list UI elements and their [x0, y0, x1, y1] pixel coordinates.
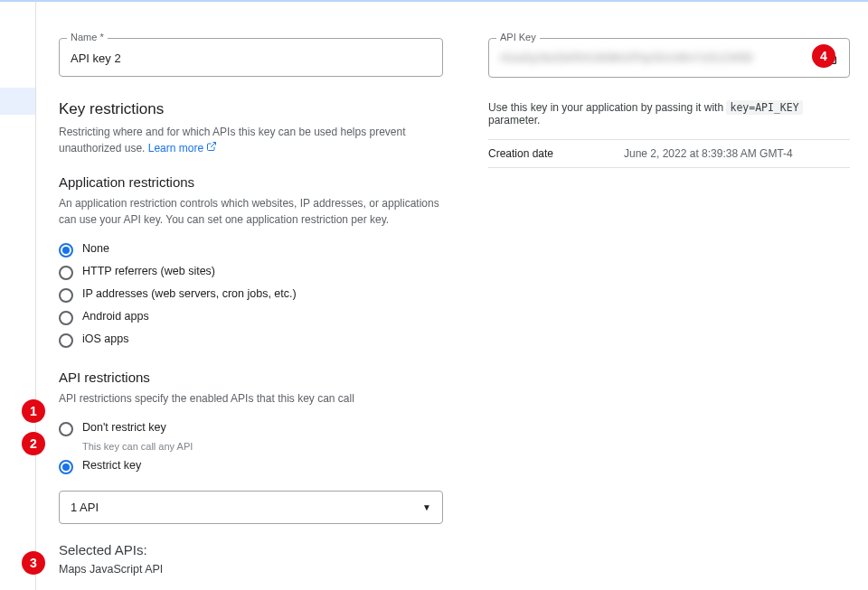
radio-label: iOS apps	[82, 332, 128, 345]
left-column: Name * Key restrictions Restricting wher…	[59, 38, 443, 590]
radio-icon	[59, 460, 73, 474]
api-restriction-option-restrict[interactable]: Restrict key	[59, 455, 443, 478]
app-restrictions-radio-group: None HTTP referrers (web sites) IP addre…	[59, 239, 443, 351]
api-select-dropdown[interactable]: 1 API ▼	[59, 491, 443, 524]
app-restrictions-heading: Application restrictions	[59, 174, 443, 190]
api-key-field-wrapper: API Key AIzaSyAbcDefGhIJklMnOPqrStUvWxYz…	[488, 38, 850, 78]
selected-api-item: Maps JavaScript API	[59, 563, 443, 576]
radio-icon	[59, 288, 73, 303]
radio-label: HTTP referrers (web sites)	[82, 265, 215, 277]
api-key-value: AIzaSyAbcDefGhIJklMnOPqrStUvWxYz0123456	[500, 52, 717, 66]
svg-line-0	[211, 143, 216, 148]
api-restrictions-radio-group: Don't restrict key This key can call any…	[59, 417, 443, 478]
top-accent-border	[0, 0, 868, 2]
info-table: Creation date June 2, 2022 at 8:39:38 AM…	[488, 139, 850, 168]
api-key-usage-text: Use this key in your application by pass…	[488, 101, 850, 126]
usage-code: key=API_KEY	[726, 100, 802, 115]
radio-label: IP addresses (web servers, cron jobs, et…	[82, 287, 297, 300]
left-sidebar	[0, 2, 36, 590]
name-input[interactable]	[71, 52, 431, 65]
right-column: API Key AIzaSyAbcDefGhIJklMnOPqrStUvWxYz…	[488, 38, 868, 590]
api-restriction-option-dont-restrict[interactable]: Don't restrict key	[59, 417, 443, 440]
radio-label: Don't restrict key	[82, 421, 166, 434]
app-restrictions-desc: An application restriction controls whic…	[59, 195, 443, 228]
key-restrictions-heading: Key restrictions	[59, 100, 443, 118]
radio-icon	[59, 266, 73, 280]
external-link-icon	[206, 140, 217, 156]
page-container: Name * Key restrictions Restricting wher…	[0, 0, 868, 590]
radio-icon	[59, 311, 73, 325]
api-restrictions-desc: API restrictions specify the enabled API…	[59, 390, 443, 407]
app-restriction-option-ios[interactable]: iOS apps	[59, 329, 443, 351]
radio-hint: This key can call any API	[82, 441, 443, 452]
usage-prefix: Use this key in your application by pass…	[488, 101, 726, 114]
annotation-callout-4: 4	[812, 44, 835, 68]
radio-icon	[59, 243, 73, 258]
creation-date-value: June 2, 2022 at 8:39:38 AM GMT-4	[624, 140, 850, 168]
usage-suffix: parameter.	[488, 114, 540, 126]
app-restriction-option-ip[interactable]: IP addresses (web servers, cron jobs, et…	[59, 284, 443, 306]
radio-label: Android apps	[82, 310, 149, 323]
chevron-down-icon: ▼	[422, 502, 431, 512]
annotation-callout-2: 2	[22, 432, 45, 455]
api-restrictions-heading: API restrictions	[59, 370, 443, 385]
radio-icon	[59, 333, 73, 348]
api-key-legend: API Key	[496, 32, 540, 42]
table-row: Creation date June 2, 2022 at 8:39:38 AM…	[488, 140, 850, 168]
app-restriction-option-http[interactable]: HTTP referrers (web sites)	[59, 261, 443, 284]
radio-label: Restrict key	[82, 459, 141, 472]
dropdown-selected-label: 1 API	[71, 501, 99, 514]
annotation-callout-1: 1	[22, 399, 45, 423]
main-content: Name * Key restrictions Restricting wher…	[36, 2, 868, 590]
app-restriction-option-none[interactable]: None	[59, 239, 443, 261]
name-field-wrapper: Name *	[59, 38, 443, 77]
sidebar-active-indicator	[0, 88, 35, 115]
key-restrictions-desc-text: Restricting where and for which APIs thi…	[59, 126, 406, 155]
radio-icon	[59, 422, 73, 436]
creation-date-label: Creation date	[488, 140, 624, 168]
name-field-legend: Name *	[67, 32, 108, 42]
key-restrictions-desc: Restricting where and for which APIs thi…	[59, 124, 443, 156]
radio-label: None	[82, 242, 109, 255]
learn-more-link[interactable]: Learn more	[148, 142, 203, 155]
app-restriction-option-android[interactable]: Android apps	[59, 306, 443, 329]
annotation-callout-3: 3	[22, 551, 45, 575]
selected-apis-heading: Selected APIs:	[59, 542, 443, 557]
